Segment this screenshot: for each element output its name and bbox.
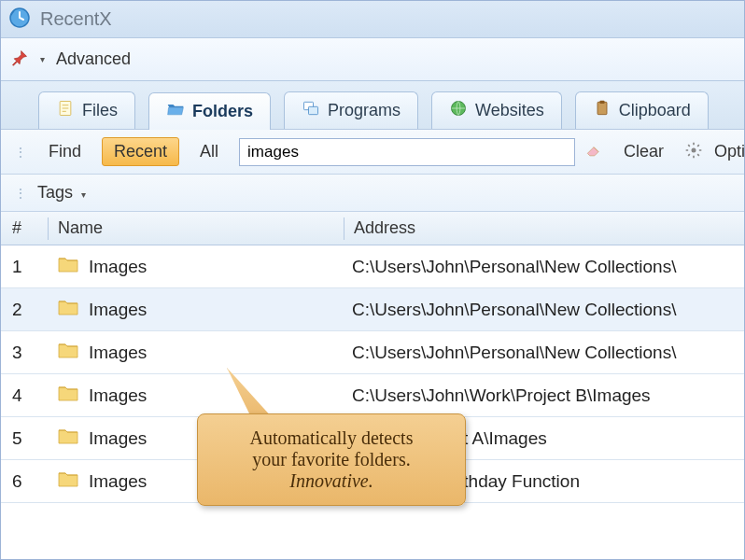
search-input[interactable] <box>239 138 575 166</box>
row-number: 5 <box>1 428 48 449</box>
programs-icon <box>302 99 320 122</box>
row-name: Images <box>89 343 147 363</box>
folder-icon <box>57 468 79 495</box>
callout-line2: your favorite folders. <box>213 449 450 470</box>
toolbar-advanced: ▾ Advanced <box>1 38 745 81</box>
callout-line1: Automatically detects <box>213 427 450 449</box>
eraser-icon[interactable] <box>584 141 603 163</box>
folder-icon <box>57 425 79 452</box>
tab-programs-label: Programs <box>328 101 401 120</box>
folder-icon <box>57 296 79 323</box>
folder-icon <box>57 339 79 366</box>
tab-programs[interactable]: Programs <box>284 91 418 129</box>
table-row[interactable]: 2ImagesC:\Users\John\Personal\New Collec… <box>1 288 745 331</box>
svg-rect-3 <box>309 106 318 114</box>
folder-icon <box>57 382 79 409</box>
svg-point-7 <box>692 147 696 152</box>
clear-button[interactable]: Clear <box>612 138 675 165</box>
all-button[interactable]: All <box>189 138 230 165</box>
row-name-cell: Images <box>48 382 343 409</box>
svg-rect-5 <box>597 102 607 114</box>
row-address: C:\Users\John\Personal\New Collections\ <box>343 257 745 277</box>
tab-websites-label: Websites <box>475 101 544 120</box>
row-name-cell: Images <box>48 339 343 366</box>
tab-files-label: Files <box>82 101 118 120</box>
clipboard-icon <box>593 99 611 122</box>
window-title: RecentX <box>40 8 112 30</box>
file-icon <box>56 99 75 122</box>
advanced-label[interactable]: Advanced <box>56 49 131 69</box>
row-name: Images <box>89 257 147 277</box>
column-name[interactable]: Name <box>49 218 344 238</box>
row-address: C:\Users\John\Personal\New Collections\ <box>343 343 745 363</box>
globe-icon <box>449 99 468 122</box>
column-number[interactable]: # <box>1 218 48 238</box>
tabs-row: Files Folders Programs Websites Clipboar… <box>1 81 745 130</box>
app-icon <box>8 7 31 33</box>
tags-caret: ▾ <box>77 189 90 200</box>
table-row[interactable]: 1ImagesC:\Users\John\Personal\New Collec… <box>1 245 745 288</box>
tab-folders[interactable]: Folders <box>148 92 271 130</box>
tab-folders-label: Folders <box>192 102 253 121</box>
table-row[interactable]: 3ImagesC:\Users\John\Personal\New Collec… <box>1 331 745 374</box>
toolbar-grip: ⋮ <box>14 145 28 160</box>
tab-files[interactable]: Files <box>38 91 135 129</box>
callout-line3: Innovative. <box>213 470 450 492</box>
callout-tooltip: Automatically detects your favorite fold… <box>197 413 466 506</box>
table-row[interactable]: 4ImagesC:\Users\John\Work\Project B\Imag… <box>1 374 745 417</box>
row-name: Images <box>89 300 147 320</box>
tags-label: Tags <box>37 183 73 202</box>
options-button[interactable]: Option <box>712 138 745 165</box>
folder-open-icon <box>166 100 185 123</box>
row-number: 3 <box>1 343 48 363</box>
row-number: 6 <box>1 471 48 492</box>
tab-clipboard-label: Clipboard <box>619 101 691 120</box>
toolbar-grip-2: ⋮ <box>14 186 28 201</box>
recent-button[interactable]: Recent <box>102 137 179 166</box>
find-button[interactable]: Find <box>37 138 92 165</box>
row-number: 4 <box>1 385 48 406</box>
row-address: C:\Users\John\Personal\New Collections\ <box>343 300 745 320</box>
row-name: Images <box>89 428 147 449</box>
row-number: 2 <box>1 300 48 320</box>
tags-row: ⋮ Tags ▾ <box>1 175 745 212</box>
table-header: # Name Address <box>1 212 745 245</box>
filter-row: ⋮ Find Recent All Clear Option <box>1 130 745 175</box>
row-address: C:\Users\John\Work\Project B\Images <box>343 385 745 406</box>
row-name-cell: Images <box>48 296 343 323</box>
svg-rect-6 <box>599 101 604 104</box>
gear-icon[interactable] <box>684 141 703 163</box>
row-name: Images <box>89 471 147 492</box>
titlebar: RecentX <box>1 1 745 38</box>
column-address[interactable]: Address <box>344 218 745 238</box>
folder-icon <box>57 253 79 280</box>
row-name: Images <box>89 385 147 406</box>
tab-clipboard[interactable]: Clipboard <box>575 91 709 129</box>
pin-icon[interactable] <box>10 49 29 71</box>
row-name-cell: Images <box>48 253 343 280</box>
tab-websites[interactable]: Websites <box>431 91 562 129</box>
tags-button[interactable]: Tags ▾ <box>34 181 93 204</box>
pin-dropdown-caret[interactable]: ▾ <box>36 54 49 64</box>
row-number: 1 <box>1 257 48 277</box>
